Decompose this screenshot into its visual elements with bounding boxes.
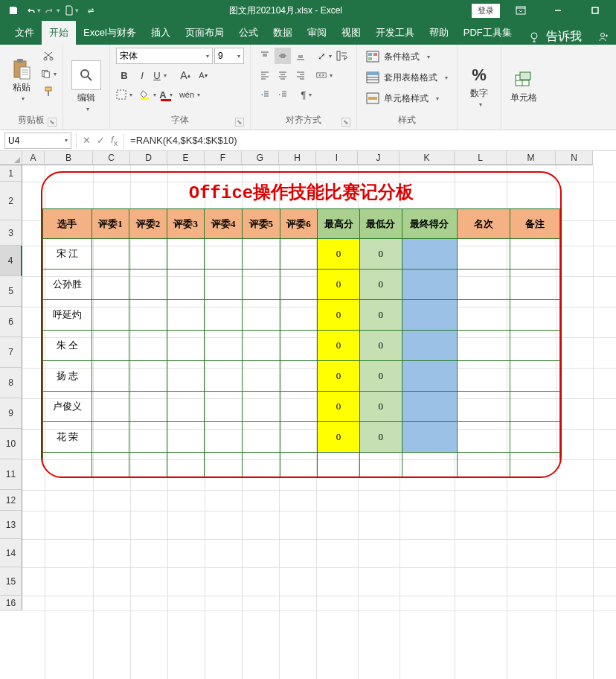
table-cell[interactable] [167,331,205,361]
row-header[interactable]: 14 [0,539,22,567]
table-cell[interactable] [280,270,318,300]
table-cell[interactable] [458,239,510,270]
table-cell[interactable] [402,239,458,270]
row-header[interactable]: 10 [0,429,22,459]
phonetic-icon[interactable]: wén▾ [182,86,198,103]
table-cell[interactable] [458,300,510,331]
col-header[interactable]: D [130,151,167,165]
table-cell[interactable] [167,239,205,270]
col-header[interactable]: I [316,151,358,165]
table-cell[interactable] [205,331,243,361]
table-cell[interactable] [129,331,167,361]
align-bottom-icon[interactable] [292,48,309,64]
row-header[interactable]: 1 [0,165,22,182]
table-cell[interactable] [243,422,280,453]
fill-color-icon[interactable]: ▾ [140,86,156,103]
copy-icon[interactable]: ▾ [40,66,57,82]
row-header[interactable]: 15 [0,567,22,596]
table-cell[interactable] [280,453,318,479]
row-header[interactable]: 9 [0,398,22,429]
table-cell[interactable]: 花 荣 [43,422,92,453]
table-cell[interactable] [243,331,280,361]
font-name-combo[interactable]: 宋体▾ [116,48,213,64]
col-header[interactable]: K [400,151,455,165]
table-cell[interactable] [243,392,280,422]
tab-insert[interactable]: 插入 [144,21,178,45]
minimize-icon[interactable] [542,0,574,21]
table-cell[interactable] [458,392,510,422]
qat-customize-icon[interactable]: ⇌ [82,2,100,19]
align-launcher-icon[interactable]: ⬊ [341,118,350,127]
col-header[interactable]: M [507,151,556,165]
row-header[interactable]: 3 [0,220,22,246]
table-cell[interactable] [167,392,205,422]
font-color-icon[interactable]: A▾ [158,86,174,103]
table-format-button[interactable]: 套用表格格式▾ [363,68,451,86]
table-cell[interactable]: 扬 志 [43,361,92,392]
table-cell[interactable]: 0 [318,331,360,361]
row-header[interactable]: 4 [0,246,22,276]
italic-button[interactable]: I [134,67,150,83]
table-cell[interactable] [129,392,167,422]
row-header[interactable]: 13 [0,511,22,539]
table-cell[interactable] [243,239,280,270]
table-cell[interactable]: 0 [359,422,402,453]
table-cell[interactable] [510,300,560,331]
table-cell[interactable] [510,453,560,479]
table-cell[interactable] [129,453,167,479]
table-cell[interactable] [318,453,360,479]
table-cell[interactable]: 0 [359,361,402,392]
table-cell[interactable]: 0 [359,392,402,422]
table-cell[interactable] [458,331,510,361]
table-cell[interactable]: 0 [359,331,402,361]
underline-button[interactable]: U▾ [152,67,168,83]
table-cell[interactable] [402,422,458,453]
share-icon[interactable] [597,31,609,43]
row-header[interactable]: 7 [0,337,22,368]
table-cell[interactable] [243,361,280,392]
table-cell[interactable] [205,392,243,422]
table-cell[interactable] [92,300,129,331]
table-cell[interactable]: 朱 仝 [43,331,92,361]
table-cell[interactable] [129,422,167,453]
cut-icon[interactable] [40,48,57,64]
tab-help[interactable]: 帮助 [422,21,456,45]
col-header[interactable]: C [93,151,130,165]
tab-pdf[interactable]: PDF工具集 [456,21,519,45]
tab-file[interactable]: 文件 [7,21,42,45]
table-cell[interactable] [92,422,129,453]
maximize-icon[interactable] [579,0,612,21]
save-icon[interactable] [4,2,22,19]
table-cell[interactable] [205,453,243,479]
table-cell[interactable] [92,453,129,479]
col-header[interactable]: G [242,151,279,165]
row-header[interactable]: 6 [0,307,22,337]
table-cell[interactable] [359,453,402,479]
table-cell[interactable] [510,239,560,270]
table-cell[interactable] [92,331,129,361]
fx-icon[interactable]: fx [111,134,118,147]
bold-button[interactable]: B [116,67,132,83]
table-cell[interactable] [167,300,205,331]
decrease-indent-icon[interactable] [257,86,273,103]
table-cell[interactable]: 公孙胜 [43,270,92,300]
table-cell[interactable] [510,270,560,300]
table-cell[interactable] [280,239,318,270]
table-cell[interactable]: 0 [318,361,360,392]
table-cell[interactable] [243,300,280,331]
table-cell[interactable] [205,239,243,270]
col-header[interactable]: H [279,151,316,165]
col-header[interactable]: E [167,151,205,165]
decrease-font-icon[interactable]: A▾ [195,67,211,83]
rtl-icon[interactable]: ¶▾ [298,86,315,103]
tab-excel-finance[interactable]: Excel与财务 [76,21,144,45]
font-size-combo[interactable]: 9▾ [214,48,244,64]
table-cell[interactable]: 0 [359,239,402,270]
row-header[interactable]: 11 [0,459,22,490]
col-header[interactable]: B [45,151,93,165]
name-box[interactable]: U4▾ [4,133,71,149]
row-header[interactable]: 8 [0,368,22,398]
table-cell[interactable]: 0 [318,239,360,270]
row-header[interactable]: 2 [0,182,22,220]
border-icon[interactable]: ▾ [116,86,132,103]
